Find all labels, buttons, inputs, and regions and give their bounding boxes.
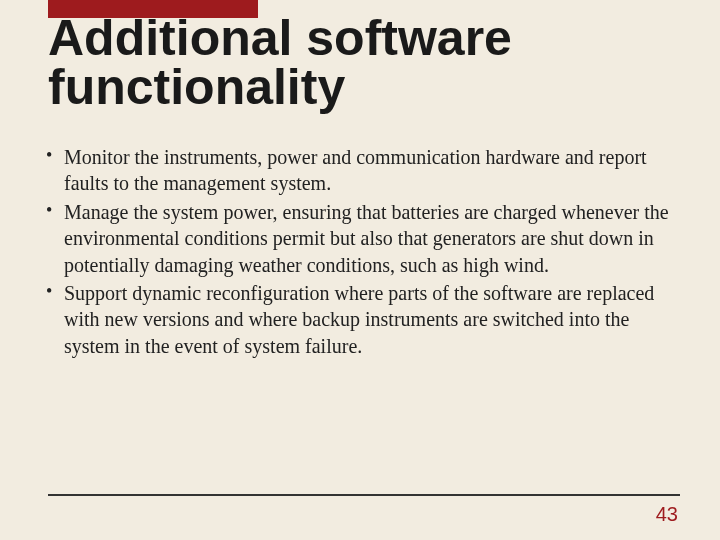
footer-divider bbox=[48, 494, 680, 496]
list-item: Support dynamic reconfiguration where pa… bbox=[40, 280, 684, 359]
bullet-text: Monitor the instruments, power and commu… bbox=[64, 146, 647, 194]
title-line-1: Additional software bbox=[48, 10, 512, 66]
bullet-text: Manage the system power, ensuring that b… bbox=[64, 201, 669, 276]
list-item: Monitor the instruments, power and commu… bbox=[40, 144, 684, 197]
list-item: Manage the system power, ensuring that b… bbox=[40, 199, 684, 278]
bullet-text: Support dynamic reconfiguration where pa… bbox=[64, 282, 654, 357]
bullet-list: Monitor the instruments, power and commu… bbox=[40, 144, 684, 361]
slide-title: Additional software functionality bbox=[48, 14, 512, 112]
page-number: 43 bbox=[656, 503, 678, 526]
title-line-2: functionality bbox=[48, 59, 345, 115]
